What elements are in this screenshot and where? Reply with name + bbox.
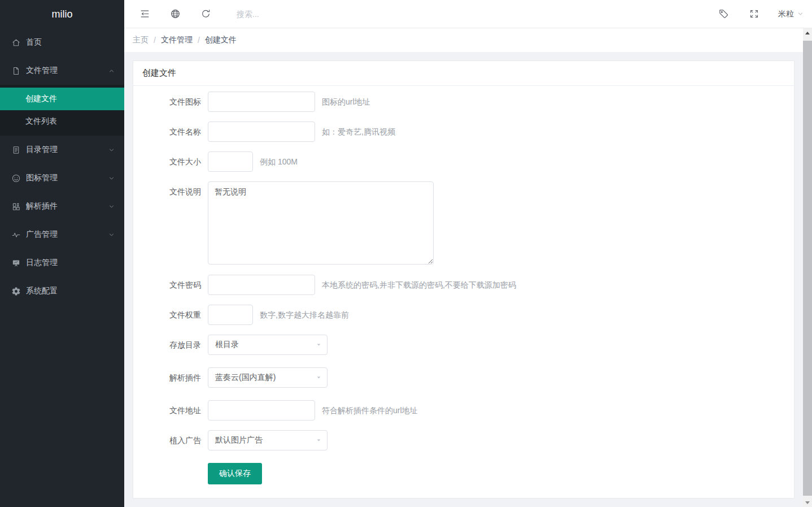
sidebar-item-log-management[interactable]: 日志管理 bbox=[0, 249, 124, 277]
caret-down-icon bbox=[315, 437, 322, 444]
breadcrumb-item[interactable]: 文件管理 bbox=[161, 35, 193, 45]
breadcrumb-separator: / bbox=[198, 36, 200, 45]
file-icon bbox=[11, 66, 21, 76]
file-name-input[interactable] bbox=[208, 122, 315, 142]
file-password-label: 文件密码 bbox=[133, 275, 208, 295]
file-size-label: 文件大小 bbox=[133, 151, 208, 172]
form-row-parse-plugin: 解析插件蓝奏云(国内直解) bbox=[133, 367, 794, 388]
card-title: 创建文件 bbox=[133, 61, 794, 86]
storage-directory-select[interactable]: 根目录 bbox=[208, 335, 328, 355]
content-area: 创建文件 文件图标图标的url地址文件名称如：爱奇艺,腾讯视频文件大小例如 10… bbox=[124, 52, 812, 507]
sidebar-subitem-file-list[interactable]: 文件列表 bbox=[0, 110, 124, 133]
embed-ad-select[interactable]: 默认图片广告 bbox=[208, 430, 328, 450]
save-button[interactable]: 确认保存 bbox=[208, 463, 262, 484]
sidebar-item-icon-management[interactable]: 图标管理 bbox=[0, 164, 124, 192]
sidebar-menu: 首页文件管理创建文件文件列表目录管理图标管理解析插件广告管理日志管理系统配置 bbox=[0, 28, 124, 305]
chevron-down-icon bbox=[108, 146, 115, 154]
topbar-right: 米粒 bbox=[699, 8, 804, 19]
file-icon-hint: 图标的url地址 bbox=[322, 92, 370, 112]
plugin-icon bbox=[11, 202, 21, 211]
file-weight-label: 文件权重 bbox=[133, 305, 208, 325]
sidebar: milio 首页文件管理创建文件文件列表目录管理图标管理解析插件广告管理日志管理… bbox=[0, 0, 124, 507]
user-name: 米粒 bbox=[778, 9, 794, 19]
search-input[interactable] bbox=[235, 9, 360, 19]
file-url-label: 文件地址 bbox=[133, 400, 208, 421]
sidebar-item-label: 首页 bbox=[26, 37, 42, 47]
chevron-down-icon bbox=[108, 231, 115, 239]
create-file-card: 创建文件 文件图标图标的url地址文件名称如：爱奇艺,腾讯视频文件大小例如 10… bbox=[133, 60, 794, 499]
chevron-down-icon bbox=[108, 203, 115, 210]
storage-directory-select-value: 根目录 bbox=[215, 340, 239, 350]
sidebar-item-label: 解析插件 bbox=[26, 201, 58, 211]
monitor-icon bbox=[11, 258, 21, 268]
file-description-textarea[interactable]: 暂无说明 bbox=[208, 181, 434, 265]
file-size-input[interactable] bbox=[208, 151, 253, 172]
globe-icon[interactable] bbox=[170, 8, 181, 19]
refresh-icon[interactable] bbox=[200, 8, 211, 19]
form-row-submit: 确认保存 bbox=[133, 463, 794, 484]
file-url-input[interactable] bbox=[208, 400, 315, 421]
fullscreen-icon[interactable] bbox=[749, 8, 759, 19]
embed-ad-select-value: 默认图片广告 bbox=[215, 435, 263, 445]
pulse-icon bbox=[11, 230, 21, 240]
form-row-file-name: 文件名称如：爱奇艺,腾讯视频 bbox=[133, 122, 794, 142]
main-area: 米粒 主页/文件管理/创建文件 创建文件 文件图标图标的url地址文件名称如：爱… bbox=[124, 0, 812, 507]
sidebar-item-system-config[interactable]: 系统配置 bbox=[0, 277, 124, 305]
sidebar-item-file-management[interactable]: 文件管理 bbox=[0, 57, 124, 85]
form-row-storage-directory: 存放目录根目录 bbox=[133, 335, 794, 355]
topbar-left bbox=[139, 8, 360, 19]
topbar: 米粒 bbox=[124, 0, 812, 28]
file-name-label: 文件名称 bbox=[133, 122, 208, 142]
breadcrumb-item: 创建文件 bbox=[205, 35, 237, 45]
file-description-label: 文件说明 bbox=[133, 181, 208, 202]
scrollbar-up-arrow[interactable] bbox=[803, 28, 812, 37]
form-row-embed-ad: 植入广告默认图片广告 bbox=[133, 430, 794, 450]
sidebar-item-parse-plugins[interactable]: 解析插件 bbox=[0, 192, 124, 220]
parse-plugin-label: 解析插件 bbox=[133, 367, 208, 388]
app-logo: milio bbox=[0, 0, 124, 28]
sidebar-item-label: 图标管理 bbox=[26, 173, 58, 183]
scrollbar-down-arrow[interactable] bbox=[803, 498, 812, 507]
file-url-hint: 符合解析插件条件的url地址 bbox=[322, 400, 418, 421]
chevron-down-icon bbox=[108, 175, 115, 182]
vertical-scrollbar[interactable] bbox=[803, 28, 812, 507]
sidebar-item-label: 广告管理 bbox=[26, 229, 58, 240]
embed-ad-label: 植入广告 bbox=[133, 430, 208, 450]
file-icon-input[interactable] bbox=[208, 92, 315, 112]
parse-plugin-select[interactable]: 蓝奏云(国内直解) bbox=[208, 367, 328, 388]
file-weight-hint: 数字,数字越大排名越靠前 bbox=[260, 305, 349, 325]
notebook-icon bbox=[11, 145, 21, 155]
form-row-file-password: 文件密码本地系统的密码,并非下载源的密码,不要给下载源加密码 bbox=[133, 275, 794, 295]
chevron-up-icon bbox=[108, 67, 115, 75]
collapse-sidebar-icon[interactable] bbox=[139, 8, 150, 19]
breadcrumb-item[interactable]: 主页 bbox=[133, 35, 149, 45]
file-password-input[interactable] bbox=[208, 275, 315, 295]
storage-directory-label: 存放目录 bbox=[133, 335, 208, 355]
breadcrumb-separator: / bbox=[154, 36, 156, 45]
file-password-hint: 本地系统的密码,并非下载源的密码,不要给下载源加密码 bbox=[322, 275, 516, 295]
tag-icon[interactable] bbox=[718, 8, 729, 19]
smiley-icon bbox=[11, 174, 21, 183]
file-name-hint: 如：爱奇艺,腾讯视频 bbox=[322, 122, 395, 142]
sidebar-item-directory-management[interactable]: 目录管理 bbox=[0, 136, 124, 164]
sidebar-item-home[interactable]: 首页 bbox=[0, 28, 124, 57]
parse-plugin-select-value: 蓝奏云(国内直解) bbox=[215, 372, 276, 383]
app-window: milio 首页文件管理创建文件文件列表目录管理图标管理解析插件广告管理日志管理… bbox=[0, 0, 812, 507]
caret-down-icon bbox=[315, 341, 322, 349]
scrollbar-thumb[interactable] bbox=[803, 41, 812, 496]
submenu-file-management: 创建文件文件列表 bbox=[0, 85, 124, 136]
form-row-file-url: 文件地址符合解析插件条件的url地址 bbox=[133, 400, 794, 421]
form-row-file-weight: 文件权重数字,数字越大排名越靠前 bbox=[133, 305, 794, 325]
sidebar-item-label: 文件管理 bbox=[26, 66, 58, 76]
sidebar-subitem-create-file[interactable]: 创建文件 bbox=[0, 88, 124, 110]
sidebar-subitem-label: 创建文件 bbox=[25, 94, 57, 104]
sidebar-item-label: 目录管理 bbox=[26, 145, 58, 155]
user-menu[interactable]: 米粒 bbox=[778, 9, 804, 19]
form-row-file-description: 文件说明暂无说明 bbox=[133, 181, 794, 265]
file-weight-input[interactable] bbox=[208, 305, 253, 325]
sidebar-subitem-label: 文件列表 bbox=[25, 116, 57, 127]
sidebar-item-ad-management[interactable]: 广告管理 bbox=[0, 220, 124, 249]
home-icon bbox=[11, 38, 21, 47]
file-icon-label: 文件图标 bbox=[133, 92, 208, 112]
gear-icon bbox=[11, 287, 21, 296]
